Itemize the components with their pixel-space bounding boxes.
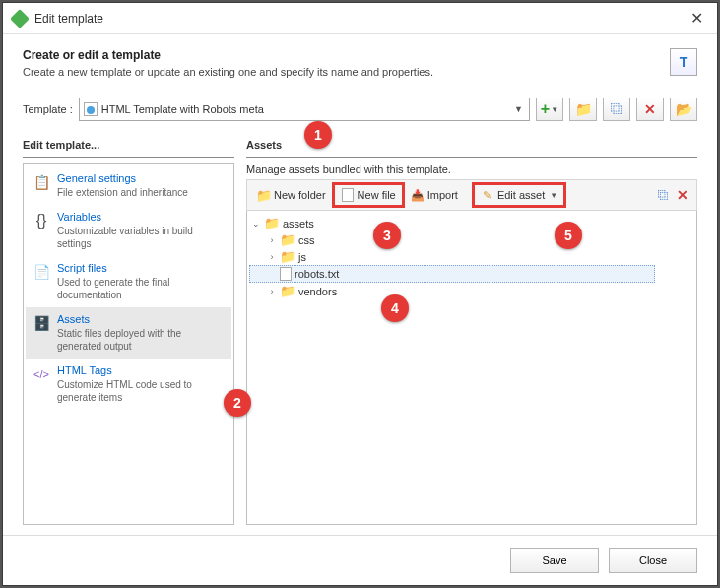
chevron-down-icon: ▼ [512,104,525,114]
template-icon: T [670,48,697,76]
expander-closed-icon[interactable]: › [267,252,277,262]
file-icon [341,188,355,202]
file-icon [280,267,292,281]
left-section-title: Edit template... [23,135,234,158]
x-icon: ✕ [677,187,688,203]
folder-icon: 📁 [280,232,295,247]
rename-icon: ⿻ [658,189,669,201]
dialog-footer: Save Close [3,535,717,585]
close-button[interactable]: Close [609,548,697,573]
nav-list: 📋 General settingsFile extension and inh… [23,163,234,525]
tree-row-root[interactable]: ⌄ 📁 assets [249,215,694,231]
braces-icon: {} [32,211,51,230]
edit-asset-button[interactable]: ✎Edit asset▼ [472,182,566,208]
folder-icon: 📁 [575,101,592,117]
tree-label: robots.txt [295,268,339,280]
folder-icon: 📁 [280,249,295,264]
delete-button[interactable]: ✕ [636,98,664,121]
tree-label: js [298,251,306,263]
settings-icon: 📋 [32,172,51,192]
nav-item-sub: Static files deployed with the generated… [57,327,226,353]
dialog-header: Create or edit a template Create a new t… [3,34,717,90]
delete-asset-button[interactable]: ✕ [673,185,692,205]
expander-closed-icon[interactable]: › [267,287,277,296]
tree-label: vendors [298,286,337,297]
tree-row[interactable]: › 📁 css [249,231,694,248]
toolbar-label: Import [427,189,458,201]
nav-item-label: Script files [57,262,226,274]
open-folder-button[interactable]: 📁 [569,98,597,121]
nav-item-sub: File extension and inheritance [57,186,188,199]
tree-row[interactable]: › 📁 js [249,248,694,265]
chevron-down-icon: ▼ [550,191,557,200]
template-selector-row: Template : HTML Template with Robots met… [3,90,717,135]
tree-row[interactable]: › 📁 vendors [249,283,694,299]
duplicate-icon: ⿻ [611,102,622,116]
new-folder-button[interactable]: 📁New folder [251,185,332,205]
document-icon [84,102,98,116]
nav-item-sub: Customize HTML code used to generate ite… [57,378,226,404]
toolbar-label: New file [358,189,396,201]
expander-open-icon[interactable]: ⌄ [251,219,261,229]
import-button[interactable]: 📥Import [405,185,464,205]
nav-item-scripts[interactable]: 📄 Script filesUsed to generate the final… [26,256,231,307]
app-icon [10,9,30,29]
nav-item-sub: Used to generate the final documentation [57,276,226,301]
tree-label: css [298,234,315,246]
plus-icon: + [541,100,550,118]
assets-tree[interactable]: ⌄ 📁 assets › 📁 css › 📁 js robots.txt [246,211,697,525]
nav-item-label: HTML Tags [57,364,226,376]
x-icon: ✕ [644,101,656,117]
nav-item-label: Variables [57,211,226,223]
nav-item-variables[interactable]: {} VariablesCustomizable variables in bu… [26,205,231,256]
new-file-button[interactable]: New file [332,182,405,208]
nav-item-general[interactable]: 📋 General settingsFile extension and inh… [26,166,231,205]
nav-item-assets[interactable]: 🗄️ AssetsStatic files deployed with the … [26,307,231,359]
assets-icon: 🗄️ [32,313,51,333]
callout-2: 2 [224,389,251,417]
tree-label: assets [283,218,314,229]
right-panel: Assets Manage assets bundled with this t… [246,135,697,525]
chevron-down-icon: ▼ [551,105,558,114]
import-icon: 📥 [411,188,425,202]
browse-button[interactable]: 📂 [670,98,697,121]
pencil-icon: ✎ [481,188,494,202]
edit-template-dialog: Edit template ✕ Create or edit a templat… [2,2,718,586]
rename-button[interactable]: ⿻ [653,185,673,205]
toolbar-label: Edit asset [497,189,545,201]
window-title: Edit template [34,12,687,26]
callout-4: 4 [381,294,409,322]
template-combobox[interactable]: HTML Template with Robots meta ▼ [79,98,530,121]
expander-closed-icon[interactable]: › [267,235,277,245]
script-icon: 📄 [32,262,51,282]
left-panel: Edit template... 📋 General settingsFile … [23,135,234,525]
folder-icon: 📁 [264,216,280,230]
nav-item-html-tags[interactable]: </> HTML TagsCustomize HTML code used to… [26,359,231,410]
nav-item-label: General settings [57,172,188,184]
header-subtitle: Create a new template or update an exist… [23,66,670,78]
template-value: HTML Template with Robots meta [101,103,512,115]
nav-item-sub: Customizable variables in build settings [57,225,226,250]
titlebar: Edit template ✕ [3,3,717,34]
duplicate-button[interactable]: ⿻ [603,98,630,121]
folder-icon: 📁 [280,284,295,298]
right-section-subtitle: Manage assets bundled with this template… [246,163,697,175]
code-icon: </> [32,364,51,384]
nav-item-label: Assets [57,313,226,325]
callout-5: 5 [555,222,582,249]
toolbar-label: New folder [274,189,326,201]
folder-open-icon: 📂 [676,101,692,117]
tree-row-selected[interactable]: robots.txt [249,265,655,283]
callout-3: 3 [373,222,401,249]
save-button[interactable]: Save [510,548,599,573]
assets-toolbar: 📁New folder New file 📥Import ✎Edit asset… [246,179,697,211]
header-title: Create or edit a template [23,48,670,62]
add-template-button[interactable]: +▼ [536,98,563,121]
template-label: Template : [23,103,73,115]
callout-1: 1 [304,121,332,149]
close-icon[interactable]: ✕ [687,9,707,28]
content-area: Edit template... 📋 General settingsFile … [3,135,717,535]
folder-icon: 📁 [257,188,271,202]
